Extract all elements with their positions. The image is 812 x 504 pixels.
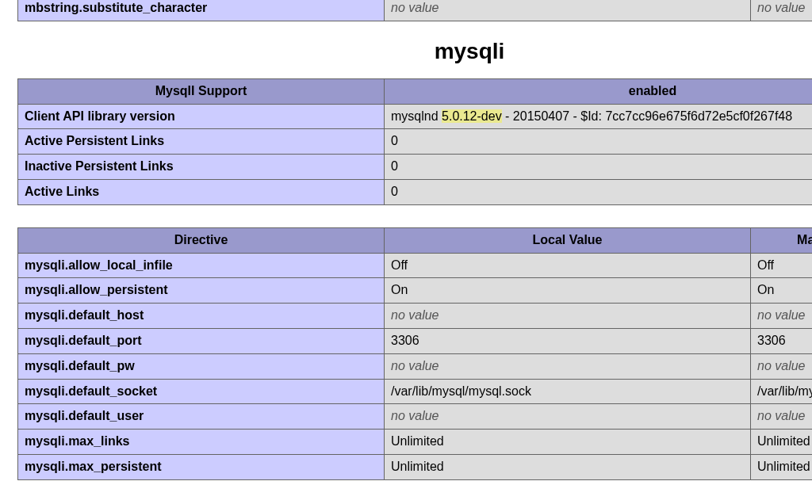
table-row: mysqli.allow_persistentOnOn: [18, 278, 813, 304]
row-label: Client API library version: [18, 104, 385, 129]
directive-name: mysqli.default_host: [18, 304, 385, 329]
header-enabled: enabled: [385, 78, 813, 104]
row-value: 0: [385, 129, 813, 155]
mysqli-support-table: MysqlI Support enabled Client API librar…: [17, 78, 812, 205]
header-local-value: Local Value: [385, 227, 751, 253]
directive-local-value: Off: [385, 253, 751, 278]
directive-name: mysqli.default_port: [18, 328, 385, 353]
table-row: mysqli.default_port33063306: [18, 328, 813, 353]
header-master-value: Master Value: [751, 227, 813, 253]
table-row: mysqli.max_linksUnlimitedUnlimited: [18, 430, 813, 455]
section-title-mysqli: mysqli: [17, 39, 812, 64]
directive-local-value: On: [385, 278, 751, 304]
table-row: mysqli.default_hostno valueno value: [18, 304, 813, 329]
row-value: 0: [385, 179, 813, 204]
directive-local-value: no value: [385, 304, 751, 329]
table-row: Client API library version mysqlnd 5.0.1…: [18, 104, 813, 129]
directive-name: mysqli.allow_local_infile: [18, 253, 385, 278]
directive-name: mysqli.default_socket: [18, 379, 385, 404]
mbstring-trailing-table: mbstring.substitute_character no value n…: [17, 0, 812, 21]
directive-master-value: Unlimited: [751, 430, 813, 455]
table-row: Inactive Persistent Links 0: [18, 155, 813, 180]
directive-master-value: no value: [751, 304, 813, 329]
directive-master-value: /var/lib/mysql/mysql.sock: [751, 379, 813, 404]
directive-local-value: Unlimited: [385, 430, 751, 455]
directive-name: mysqli.allow_persistent: [18, 278, 385, 304]
header-directive: Directive: [18, 227, 385, 253]
directive-local-value: 3306: [385, 328, 751, 353]
table-row: mysqli.default_socket/var/lib/mysql/mysq…: [18, 379, 813, 404]
table-header-row: MysqlI Support enabled: [18, 78, 813, 104]
row-value: mysqlnd 5.0.12-dev - 20150407 - $Id: 7cc…: [385, 104, 813, 129]
table-row: Active Persistent Links 0: [18, 129, 813, 155]
directive-local-value: no value: [385, 353, 751, 379]
mysqli-directive-table: Directive Local Value Master Value mysql…: [17, 227, 812, 480]
row-label: Inactive Persistent Links: [18, 155, 385, 180]
directive-name: mbstring.substitute_character: [18, 0, 385, 21]
directive-name: mysqli.max_links: [18, 430, 385, 455]
directive-name: mysqli.default_pw: [18, 353, 385, 379]
directive-master-value: Unlimited: [751, 454, 813, 479]
highlighted-version: 5.0.12-dev: [442, 109, 502, 123]
directive-local-value: /var/lib/mysql/mysql.sock: [385, 379, 751, 404]
directive-master-value: no value: [751, 404, 813, 430]
directive-master-value: no value: [751, 0, 813, 21]
directive-name: mysqli.default_user: [18, 404, 385, 430]
directive-name: mysqli.max_persistent: [18, 454, 385, 479]
row-label: Active Persistent Links: [18, 129, 385, 155]
row-value: 0: [385, 155, 813, 180]
directive-local-value: no value: [385, 404, 751, 430]
directive-master-value: Off: [751, 253, 813, 278]
directive-master-value: 3306: [751, 328, 813, 353]
header-mysqli-support: MysqlI Support: [18, 78, 385, 104]
directive-local-value: no value: [385, 0, 751, 21]
table-row: mysqli.default_pwno valueno value: [18, 353, 813, 379]
directive-master-value: On: [751, 278, 813, 304]
row-label: Active Links: [18, 179, 385, 204]
table-row: mbstring.substitute_character no value n…: [18, 0, 813, 21]
table-row: mysqli.max_persistentUnlimitedUnlimited: [18, 454, 813, 479]
table-row: mysqli.allow_local_infileOffOff: [18, 253, 813, 278]
directive-local-value: Unlimited: [385, 454, 751, 479]
table-header-row: Directive Local Value Master Value: [18, 227, 813, 253]
table-row: Active Links 0: [18, 179, 813, 204]
table-row: mysqli.default_userno valueno value: [18, 404, 813, 430]
directive-master-value: no value: [751, 353, 813, 379]
